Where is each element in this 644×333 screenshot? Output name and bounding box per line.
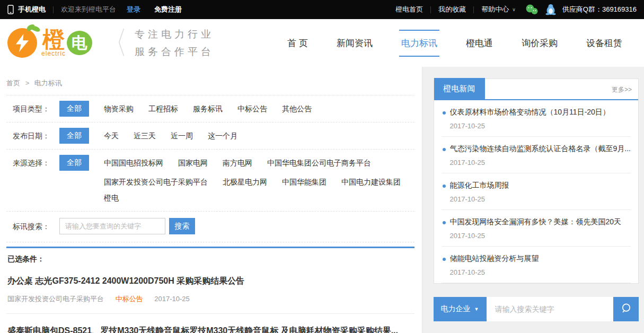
- tender-search-button[interactable]: 搜索: [169, 218, 195, 234]
- news-date: 2017-10-25: [450, 195, 631, 203]
- nav-news[interactable]: 新闻资讯: [337, 34, 373, 52]
- news-date: 2017-10-25: [450, 122, 631, 130]
- nav-inquiry-purchase[interactable]: 询价采购: [522, 34, 558, 52]
- tagline-divider: 〈: [104, 22, 127, 64]
- filter-type-option[interactable]: 中标公告: [237, 101, 267, 117]
- filter-type-option[interactable]: 其他公告: [282, 101, 312, 117]
- filter-source-option[interactable]: 国家电网: [178, 155, 208, 171]
- leaf-icon: [31, 25, 41, 33]
- filter-date-option[interactable]: 近一周: [171, 128, 193, 144]
- news-title[interactable]: 中国发现网络安全漏洞有多快？美媒：领先美国20天: [450, 217, 631, 227]
- welcome-text: 欢迎来到橙电平台: [61, 5, 116, 14]
- supplier-qq-group: 供应商Q群：369169316: [562, 5, 637, 14]
- filter-date-option[interactable]: 近三天: [134, 128, 156, 144]
- enterprise-category-dropdown[interactable]: 电力企业 ▼: [434, 297, 487, 321]
- logo-text-cheng: 橙: [42, 29, 65, 51]
- news-date: 2017-10-25: [450, 159, 631, 167]
- breadcrumb-home[interactable]: 首页: [6, 79, 20, 87]
- tagline: 〈 专注电力行业 服务合作平台: [104, 25, 214, 61]
- filter-source-option[interactable]: 南方电网: [223, 155, 252, 171]
- nav-power-tenders[interactable]: 电力标讯: [401, 34, 437, 52]
- enterprise-search-input[interactable]: [487, 297, 613, 321]
- filter-source-option[interactable]: 北极星电力网: [223, 174, 267, 190]
- result-date: 2017-10-25: [154, 295, 190, 303]
- filter-date-option[interactable]: 今天: [104, 128, 119, 144]
- filter-source-option[interactable]: 中国电力建设集团: [341, 174, 401, 190]
- filter-type-option[interactable]: 工程招标: [148, 101, 178, 117]
- chevron-down-icon: ∨: [512, 7, 516, 12]
- tagline-line1: 专注电力行业: [135, 25, 214, 43]
- qq-icon[interactable]: [545, 4, 556, 15]
- filter-type-option[interactable]: 服务标讯: [193, 101, 223, 117]
- news-item[interactable]: 气态污染物连续自动监测系统认证合格名录（截至9月... 2017-10-25: [442, 137, 631, 173]
- filter-label: 项目类型：: [13, 101, 59, 117]
- breadcrumb-separator: >: [25, 79, 30, 87]
- news-item[interactable]: 储能电站投融资分析与展望 2017-10-25: [442, 247, 631, 283]
- bullet-icon: [443, 111, 446, 115]
- result-source: 国家开发投资公司电子采购平台: [7, 295, 104, 303]
- enterprise-search-button[interactable]: [613, 297, 639, 321]
- filter-source-option[interactable]: 中国华能集团: [282, 174, 327, 190]
- result-item: 盛泰斯电脑包DS-8521、罗技M330无线静音鼠标罗技M330无线静音鼠标 及…: [6, 314, 414, 333]
- help-menu[interactable]: 帮助中心: [481, 5, 509, 14]
- news-tab[interactable]: 橙电新闻: [434, 78, 485, 99]
- home-link[interactable]: 橙电首页: [395, 5, 423, 14]
- news-panel: 橙电新闻 更多>> 仪表原材料市场价格变动情况（10月11日-20日） 2017…: [434, 78, 639, 284]
- site-logo[interactable]: 橙 electric 电: [7, 28, 92, 58]
- phone-icon: [7, 5, 14, 14]
- filter-date-option[interactable]: 这一个月: [208, 128, 237, 144]
- register-link[interactable]: 免费注册: [154, 5, 182, 14]
- main-content: 首页 > 电力标讯 项目类型： 全部 物资采购 工程招标 服务标讯 中标公告 其…: [0, 67, 422, 333]
- mobile-app-link[interactable]: 手机橙电: [18, 5, 46, 14]
- bullet-icon: [443, 221, 446, 224]
- filter-type-all-button[interactable]: 全部: [59, 101, 89, 117]
- nav-chengdiantong[interactable]: 橙电通: [466, 34, 493, 52]
- bullet-icon: [443, 258, 446, 261]
- news-item[interactable]: 中国发现网络安全漏洞有多快？美媒：领先美国20天 2017-10-25: [442, 210, 631, 247]
- wechat-icon[interactable]: [525, 4, 538, 15]
- filter-label: 发布日期：: [13, 128, 59, 144]
- news-item[interactable]: 能源化工市场周报 2017-10-25: [442, 173, 631, 210]
- news-title[interactable]: 储能电站投融资分析与展望: [450, 254, 631, 264]
- tagline-line2: 服务合作平台: [135, 43, 214, 60]
- tender-search-input[interactable]: [59, 218, 165, 234]
- breadcrumb-current: 电力标讯: [34, 79, 62, 87]
- filter-type-option[interactable]: 物资采购: [104, 101, 134, 117]
- login-link[interactable]: 登录: [127, 5, 140, 14]
- logo-subtext: electric: [41, 50, 66, 57]
- enterprise-category-label: 电力企业: [441, 304, 471, 314]
- filter-source-option[interactable]: 中国华电集团公司电子商务平台: [267, 155, 371, 171]
- filter-source-all-button[interactable]: 全部: [59, 155, 89, 171]
- filter-source-option[interactable]: 中国国电招投标网: [104, 155, 163, 171]
- news-title[interactable]: 仪表原材料市场价格变动情况（10月11日-20日）: [450, 108, 631, 117]
- divider: [6, 242, 414, 242]
- result-tag: 中标公告: [116, 295, 143, 303]
- filter-publish-date: 发布日期： 全部 今天 近三天 近一周 这一个月: [6, 122, 414, 149]
- result-title[interactable]: 盛泰斯电脑包DS-8521、罗技M330无线静音鼠标罗技M330无线静音鼠标 及…: [7, 326, 414, 333]
- bullet-icon: [443, 148, 446, 151]
- divider: [430, 6, 431, 13]
- filter-date-all-button[interactable]: 全部: [59, 128, 89, 144]
- logo-lightning-icon: [7, 28, 37, 58]
- breadcrumb: 首页 > 电力标讯: [6, 67, 414, 88]
- news-title[interactable]: 气态污染物连续自动监测系统认证合格名录（截至9月...: [450, 144, 631, 154]
- filter-source-option[interactable]: 国家开发投资公司电子采购平台: [104, 174, 208, 190]
- nav-home[interactable]: 首 页: [287, 34, 308, 52]
- main-nav: 首 页 新闻资讯 电力标讯 橙电通 询价采购 设备租赁: [273, 34, 637, 52]
- nav-equipment-rental[interactable]: 设备租赁: [586, 34, 622, 52]
- filter-source: 来源选择： 全部 中国国电招投标网 国家电网 南方电网 中国华电集团公司电子商务…: [6, 150, 414, 211]
- result-title[interactable]: 办公桌 志光GF375-2412 2400W1200D750H 采购采购结果公告: [7, 276, 414, 287]
- news-title[interactable]: 能源化工市场周报: [450, 181, 631, 190]
- search-label: 标讯搜索：: [13, 218, 59, 234]
- sidebar: 橙电新闻 更多>> 仪表原材料市场价格变动情况（10月11日-20日） 2017…: [422, 67, 644, 333]
- top-bar: 手机橙电 欢迎来到橙电平台 登录 免费注册 橙电首页 我的收藏 帮助中心 ∨ 供…: [0, 0, 644, 19]
- news-item[interactable]: 仪表原材料市场价格变动情况（10月11日-20日） 2017-10-25: [442, 100, 631, 137]
- news-date: 2017-10-25: [450, 268, 631, 276]
- result-item: 办公桌 志光GF375-2412 2400W1200D750H 采购采购结果公告…: [6, 264, 414, 314]
- divider: [53, 6, 54, 13]
- filter-source-option[interactable]: 橙电: [104, 190, 119, 206]
- news-more-link[interactable]: 更多>>: [612, 85, 638, 99]
- divider: [473, 6, 474, 13]
- favorites-link[interactable]: 我的收藏: [438, 5, 466, 14]
- search-icon: [620, 302, 632, 316]
